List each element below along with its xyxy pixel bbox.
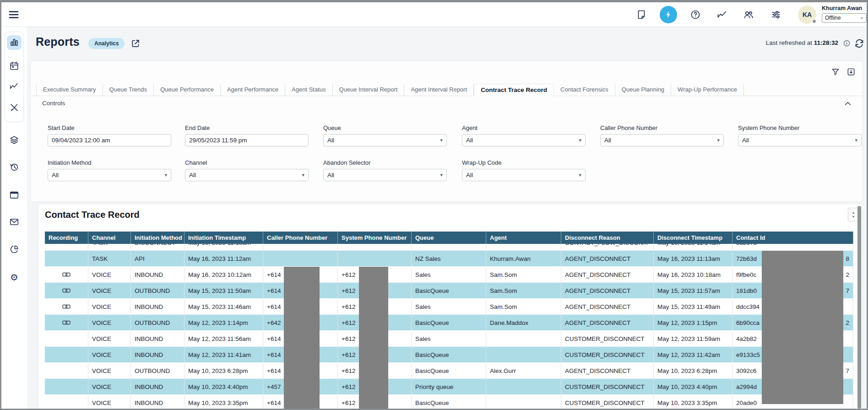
team-icon[interactable] [743, 9, 754, 20]
table-vertical-scrollbar[interactable] [857, 206, 861, 409]
filter-label: Caller Phone Number [600, 124, 724, 131]
cell-text: TASK [92, 255, 108, 262]
cell-text: INBOUND [135, 383, 163, 390]
sidebar-item-analytics pie-chart-icon[interactable] [7, 242, 22, 257]
tab-agent-performance[interactable]: Agent Performance [221, 84, 285, 96]
tab-executive-summary[interactable]: Executive Summary [36, 84, 103, 96]
cell-initiation-method: INBOUND [131, 347, 184, 362]
cell-disconnect-reason: CUSTOMER_DISCONNECT [561, 395, 654, 410]
chevron-up-icon[interactable] [844, 100, 852, 108]
external-link-icon[interactable] [130, 38, 141, 49]
sidebar-item-workspaces browser-window-icon[interactable] [7, 188, 22, 202]
status-select[interactable]: Offline [822, 13, 867, 23]
cell-text: May 15, 2023 11:46am [188, 303, 251, 310]
tab-contact-forensics[interactable]: Contact Forensics [554, 84, 615, 96]
cell-text: +612 [342, 351, 355, 358]
contact-id-tail [849, 347, 850, 362]
cell-text: May 10, 2023 3:35pm [188, 399, 248, 406]
column-header-caller-phone-number[interactable]: Caller Phone Number [263, 232, 338, 244]
cell-queue: NZ Sales [412, 251, 486, 266]
recording-link-icon[interactable] [62, 303, 71, 310]
dropdown-initiation-method[interactable]: All [48, 169, 171, 181]
filter-funnel-icon[interactable] [831, 67, 840, 76]
info-icon[interactable] [843, 39, 851, 47]
table-row: VOICEINBOUNDMay 15, 2023 11:46am+614+612… [45, 299, 853, 315]
tab-contract-trace-record[interactable]: Contract Trace Record [474, 84, 554, 97]
cell-text: OUTBOUND [135, 319, 170, 326]
offline-status-dot [812, 19, 817, 24]
column-header-queue[interactable]: Queue [412, 232, 486, 244]
column-header-initiation-method[interactable]: Initiation Method [131, 232, 184, 244]
cell-initiation-timestamp: May 10, 2023 3:35pm [184, 395, 263, 410]
cell-text: VOICE [92, 351, 111, 358]
dropdown-caller-phone-number[interactable]: All [600, 134, 724, 146]
cell-text: BasicQueue [415, 287, 449, 294]
sidebar-item-trends line-chart-icon[interactable] [7, 79, 22, 94]
tab-agent-status[interactable]: Agent Status [285, 84, 332, 96]
download-icon[interactable] [846, 67, 856, 76]
tab-queue-planning[interactable]: Queue Planning [615, 84, 671, 96]
cell-agent [486, 395, 561, 410]
filter-label: Initiation Method [48, 159, 171, 166]
sidebar-item-flows layers-icon[interactable] [7, 133, 22, 147]
sidebar-item-schedule calendar-icon[interactable] [7, 59, 22, 73]
column-header-contact-id[interactable]: Contact Id [732, 232, 853, 244]
tab-bar: Executive SummaryQueue TrendsQueue Perfo… [36, 84, 744, 96]
dropdown-wrap-up-code[interactable]: All [462, 169, 586, 181]
cell-agent: Khurram.Awan [486, 251, 561, 266]
spinner-up-icon[interactable]: ▲ [852, 211, 855, 214]
cell-text: +642 [267, 319, 281, 326]
notes-icon[interactable] [636, 9, 647, 20]
cell-queue: BasicQueue [412, 347, 486, 362]
cell-agent [486, 331, 561, 346]
cell-text: CUSTOMER_DISCONNECT [565, 351, 645, 358]
cell-disconnect-reason: CUSTOMER_DISCONNECT [561, 347, 654, 362]
refresh-icon[interactable] [854, 38, 865, 49]
cell-contact-id: 3d267d [732, 244, 853, 250]
quick-actions-bolt-icon[interactable] [660, 6, 677, 23]
hamburger-menu-icon[interactable] [8, 9, 20, 21]
sidebar-item-settings gear-icon[interactable]: ⚙ [7, 270, 22, 285]
column-header-agent[interactable]: Agent [486, 232, 561, 244]
tab-agent-interval-report[interactable]: Agent Interval Report [404, 84, 474, 96]
dropdown-abandon-selector[interactable]: All [323, 169, 447, 181]
column-header-system-phone-number[interactable]: System Phone Number [338, 232, 412, 244]
input-start-date[interactable]: 09/04/2023 12:00 am [48, 134, 171, 146]
dropdown-channel[interactable]: All [185, 169, 309, 181]
help-icon[interactable] [690, 9, 701, 20]
tab-queue-interval-report[interactable]: Queue Interval Report [333, 84, 405, 96]
column-header-disconnect-reason[interactable]: Disconnect Reason [561, 232, 654, 244]
settings-sliders-icon[interactable] [770, 9, 781, 20]
sidebar-item-design design-tools-icon[interactable] [7, 100, 22, 115]
cell-text: Sales [415, 335, 431, 342]
cell-queue: BasicQueue [412, 363, 486, 378]
sidebar-item-messages mail-icon[interactable] [7, 215, 22, 229]
spinner-down-icon[interactable]: ▼ [852, 215, 855, 218]
input-end-date[interactable]: 29/05/2023 11:59 pm [185, 134, 309, 146]
tab-queue-performance[interactable]: Queue Performance [154, 84, 221, 96]
cell-queue: BasicQueue [412, 315, 486, 330]
column-header-channel[interactable]: Channel [88, 232, 131, 244]
recording-link-icon[interactable] [62, 319, 71, 326]
contact-id-text: f9fbe0c [736, 267, 756, 282]
recording-link-icon[interactable] [62, 287, 71, 294]
tab-queue-trends[interactable]: Queue Trends [103, 84, 154, 96]
recording-cell [45, 283, 88, 298]
cell-text: API [135, 255, 145, 262]
dropdown-agent[interactable]: All [462, 134, 586, 146]
cell-initiation-timestamp: May 10, 2023 4:40pm [184, 379, 263, 394]
sidebar-item-reports bar-chart-icon[interactable] [7, 35, 22, 50]
cell-queue: Sales [412, 299, 486, 314]
cell-initiation-timestamp: May 15, 2023 11:50am [184, 283, 263, 298]
dropdown-system-phone-number[interactable]: All [738, 134, 862, 146]
column-header-initiation-timestamp[interactable]: Initiation Timestamp [184, 232, 263, 244]
filter-value: All [189, 172, 196, 178]
metrics-icon[interactable] [716, 9, 727, 20]
table-row: VOICEOUTBOUNDMay 10, 2023 6:28pm+614+612… [45, 363, 853, 379]
recording-link-icon[interactable] [62, 271, 71, 278]
dropdown-queue[interactable]: All [323, 134, 447, 146]
tab-wrap-up-performance[interactable]: Wrap-Up Performance [671, 84, 744, 96]
sidebar-item-history history-icon[interactable] [7, 160, 22, 174]
column-header-recording[interactable]: Recording [45, 232, 88, 244]
column-header-disconnect-timestamp[interactable]: Disconnect Timestamp [654, 232, 732, 244]
